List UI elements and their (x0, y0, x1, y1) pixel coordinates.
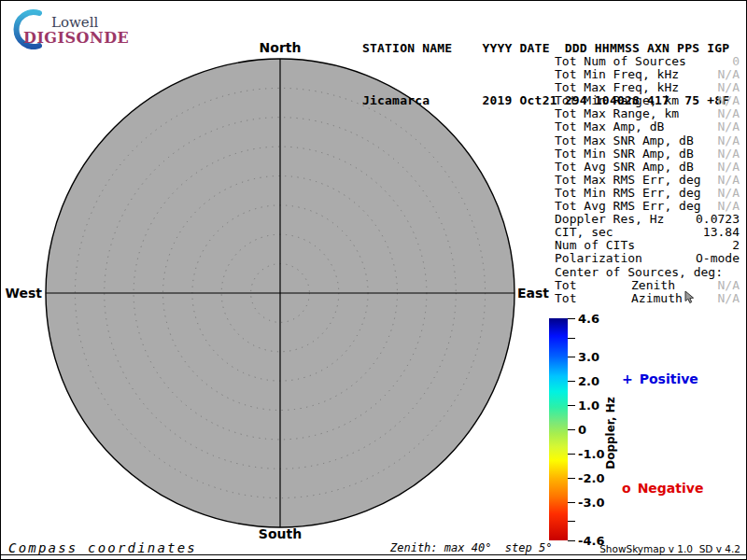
compass-label-south: South (252, 526, 308, 541)
doppler-colorbar (549, 318, 568, 540)
colorbar-tick (568, 381, 575, 382)
colorbar-tick-label: 1.0 (578, 399, 599, 413)
compass-label-east: East (517, 286, 559, 301)
colorbar-tick (568, 338, 575, 339)
parameter-label: Tot Num of Sources (555, 55, 686, 68)
positive-symbol-icon: + (622, 371, 633, 386)
parameter-row: Tot Max RMS Err, degN/A (555, 174, 740, 187)
parameter-row: Tot Num of Sources0 (555, 55, 740, 68)
parameter-row: Tot Max SNR Amp, dBN/A (555, 134, 740, 147)
parameter-list: Tot Num of Sources0Tot Min Freq, kHzN/AT… (555, 55, 740, 305)
parameter-sublabel: Zenith (631, 279, 675, 292)
parameter-row: CIT, sec13.84 (555, 226, 740, 239)
parameter-row: Tot Min Freq, kHzN/A (555, 68, 740, 81)
colorbar-tick-label: 0 (578, 423, 586, 437)
parameter-label: CIT, sec (555, 226, 613, 239)
parameter-sublabel: Azimuth (631, 292, 683, 305)
showskymap-window: Lowell DIGISONDE STATION NAME YYYY DATE … (0, 0, 747, 560)
negative-symbol-icon: o (622, 481, 631, 496)
parameter-label: Tot Max SNR Amp, dB (555, 134, 694, 147)
parameter-value: 0.0723 (696, 213, 740, 226)
parameter-label: Doppler Res, Hz (555, 213, 664, 226)
parameter-label: Tot Min RMS Err, deg (555, 187, 701, 200)
parameter-row: TotZenithN/A (555, 279, 740, 292)
parameter-value: N/A (718, 200, 740, 213)
parameter-value: N/A (718, 174, 740, 187)
compass-label-west: West (3, 286, 42, 301)
parameter-row: Center of Sources, deg: (555, 266, 740, 279)
parameter-value: N/A (718, 81, 740, 94)
parameter-row: Tot Max Freq, kHzN/A (555, 81, 740, 94)
colorbar-tick (568, 429, 575, 430)
colorbar-tick (568, 502, 575, 503)
parameter-value: N/A (718, 134, 740, 147)
colorbar-tick (568, 478, 575, 479)
parameter-value: N/A (718, 279, 740, 292)
logo-digisonde-text: DIGISONDE (23, 29, 129, 47)
positive-label: Positive (640, 371, 698, 386)
version-label: ShowSkymap v 1.0 SD v 4.2 (599, 543, 740, 554)
mouse-cursor-icon (684, 290, 696, 304)
colorbar-tick (568, 521, 575, 522)
parameter-row: TotAzimuthN/A (555, 292, 740, 305)
colorbar-tick (568, 540, 575, 541)
parameter-label: Polarization (555, 252, 642, 265)
parameter-row: Tot Min RMS Err, degN/A (555, 187, 740, 200)
parameter-label: Tot (555, 292, 576, 305)
colorbar-tick (568, 318, 575, 319)
parameter-value: O-mode (696, 252, 740, 265)
colorbar-tick-label: -3.0 (578, 495, 604, 509)
parameter-value: N/A (718, 94, 740, 107)
parameter-value: 0 (732, 55, 740, 68)
parameter-row: Num of CITs2 (555, 239, 740, 252)
legend-positive: + Positive (622, 371, 698, 386)
colorbar-tick-label: 3.0 (578, 350, 599, 364)
parameter-row: Tot Avg RMS Err, degN/A (555, 200, 740, 213)
colorbar-tick-label: 4.6 (578, 312, 599, 326)
parameter-value: N/A (718, 68, 740, 81)
parameter-label: Center of Sources, deg: (555, 266, 723, 279)
parameter-label: Tot Max Amp, dB (555, 120, 664, 133)
parameter-value: 13.84 (703, 226, 740, 239)
parameter-label: Tot Min Range, km (555, 94, 679, 107)
parameter-value: N/A (718, 120, 740, 133)
parameter-value: N/A (718, 147, 740, 161)
colorbar-tick (568, 454, 575, 455)
parameter-row: PolarizationO-mode (555, 252, 740, 265)
parameter-label: Tot Max Range, km (555, 107, 679, 120)
digisonde-logo: Lowell DIGISONDE (8, 7, 139, 49)
colorbar-tick (568, 405, 575, 406)
parameter-value: 2 (732, 239, 740, 252)
colorbar-title: Doppler, Hz (604, 386, 617, 480)
colorbar-tick-label: 2.0 (578, 374, 599, 388)
parameter-label: Tot Min Freq, kHz (555, 68, 679, 81)
parameter-row: Tot Max Range, kmN/A (555, 107, 740, 120)
parameter-row: Tot Min Range, kmN/A (555, 94, 740, 107)
parameter-value: N/A (718, 292, 740, 305)
parameter-row: Doppler Res, Hz0.0723 (555, 213, 740, 226)
negative-label: Negative (638, 481, 704, 496)
colorbar-tick (568, 357, 575, 357)
parameter-row: Tot Max Amp, dBN/A (555, 120, 740, 133)
parameter-row: Tot Avg SNR Amp, dBN/A (555, 161, 740, 174)
parameter-label: Tot Max Freq, kHz (555, 81, 679, 94)
colorbar-tick-label: -1.0 (578, 446, 604, 460)
legend-negative: o Negative (622, 481, 703, 496)
parameter-value: N/A (718, 187, 740, 200)
zenith-range-label: Zenith: max 40° step 5° (390, 541, 552, 554)
parameter-value: N/A (718, 107, 740, 120)
parameter-label: Tot Avg RMS Err, deg (555, 200, 701, 213)
parameter-label: Tot Avg SNR Amp, dB (555, 161, 694, 174)
parameter-value: N/A (718, 161, 740, 174)
parameter-label: Tot Min SNR Amp, dB (555, 147, 694, 161)
parameter-label: Tot Max RMS Err, deg (555, 174, 701, 187)
parameter-label: Num of CITs (555, 239, 635, 252)
parameter-label: Tot (555, 279, 576, 292)
coordinates-mode-label: Compass coordinates (8, 540, 197, 555)
parameter-row: Tot Min SNR Amp, dBN/A (555, 147, 740, 161)
colorbar-tick-label: -2.0 (578, 470, 604, 484)
compass-label-north: North (252, 40, 308, 55)
